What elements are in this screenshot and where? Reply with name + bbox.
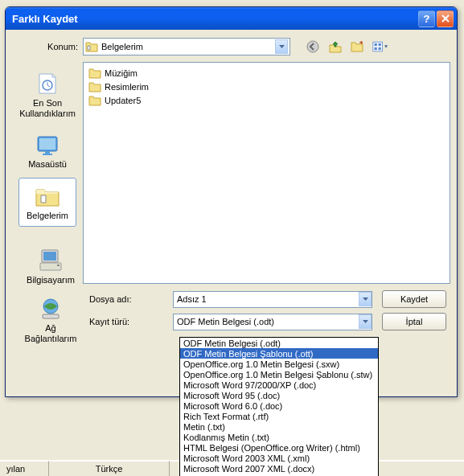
- filename-input[interactable]: Adsız 1: [173, 291, 372, 308]
- filetype-dropdown[interactable]: ODF Metin Belgesi (.odt): [173, 314, 372, 330]
- svg-rect-14: [57, 265, 60, 266]
- location-value: Belgelerim: [101, 42, 275, 51]
- svg-rect-13: [40, 263, 61, 270]
- up-button[interactable]: [327, 39, 343, 55]
- list-item[interactable]: Müziğim: [88, 66, 445, 80]
- dropdown-option[interactable]: Microsoft Word 2003 XML (.xml): [180, 453, 378, 463]
- recent-icon: [35, 71, 60, 96]
- status-cell: yılan: [0, 461, 48, 476]
- status-cell: Türkçe: [48, 461, 169, 476]
- desktop-icon: [35, 132, 60, 158]
- documents-icon: [35, 183, 60, 209]
- svg-point-0: [307, 41, 318, 52]
- svg-rect-4: [375, 47, 377, 50]
- location-label: Konum:: [12, 42, 83, 51]
- sidebar-network[interactable]: Ağ Bağlantılarım: [22, 295, 80, 345]
- dropdown-option[interactable]: Microsoft Word 97/2000/XP (.doc): [180, 380, 378, 390]
- dropdown-arrow-icon[interactable]: [359, 314, 372, 329]
- view-menu-button[interactable]: [372, 39, 388, 55]
- help-button[interactable]: ?: [418, 10, 435, 27]
- list-item[interactable]: Updater5: [88, 93, 445, 107]
- folder-icon: [88, 67, 101, 80]
- dropdown-option[interactable]: Microsoft Word 95 (.doc): [180, 390, 378, 400]
- dropdown-option[interactable]: OpenOffice.org 1.0 Metin Belgesi (.sxw): [180, 359, 378, 369]
- dropdown-option[interactable]: OpenOffice.org 1.0 Metin Belgesi Şablonu…: [180, 369, 378, 380]
- dropdown-option[interactable]: Microsoft Word 2007 XML (.docx): [180, 463, 378, 474]
- new-folder-button[interactable]: [350, 39, 366, 55]
- back-button[interactable]: [305, 39, 321, 55]
- folder-icon: [88, 94, 101, 107]
- svg-rect-12: [43, 252, 56, 261]
- dropdown-option[interactable]: Rich Text Format (.rtf): [180, 411, 378, 421]
- titlebar[interactable]: Farklı Kaydet ?: [6, 7, 457, 30]
- svg-rect-16: [43, 314, 59, 318]
- list-item[interactable]: Resimlerim: [88, 80, 445, 93]
- dropdown-arrow-icon[interactable]: [359, 292, 372, 306]
- dropdown-option[interactable]: Kodlanmış Metin (.txt): [180, 432, 378, 442]
- sidebar-desktop[interactable]: Masaüstü: [18, 126, 76, 175]
- svg-rect-9: [45, 151, 50, 154]
- save-button[interactable]: Kaydet: [382, 290, 446, 308]
- svg-rect-10: [43, 154, 52, 155]
- svg-rect-8: [39, 138, 55, 150]
- folder-icon: [85, 40, 98, 53]
- dropdown-arrow-icon[interactable]: [275, 39, 288, 54]
- filetype-dropdown-list[interactable]: ODF Metin Belgesi (.odt)ODF Metin Belges…: [179, 337, 379, 476]
- filetype-label: Kayıt türü:: [83, 317, 173, 326]
- svg-rect-3: [379, 43, 381, 46]
- dropdown-option[interactable]: Microsoft Word 6.0 (.doc): [180, 400, 378, 411]
- svg-rect-2: [375, 43, 377, 46]
- sidebar-computer[interactable]: Bilgisayarım: [22, 247, 80, 285]
- sidebar-documents[interactable]: Belgelerim: [18, 178, 76, 227]
- dropdown-option[interactable]: Metin (.txt): [180, 421, 378, 432]
- location-dropdown[interactable]: Belgelerim: [83, 38, 290, 55]
- svg-rect-5: [379, 47, 381, 50]
- dropdown-option[interactable]: HTML Belgesi (OpenOffice.org Writer) (.h…: [180, 442, 378, 453]
- cancel-button[interactable]: İptal: [382, 313, 446, 330]
- folder-icon: [88, 80, 101, 93]
- dialog-title: Farklı Kaydet: [12, 13, 418, 25]
- file-list[interactable]: Müziğim Resimlerim Updater5: [83, 62, 450, 284]
- dropdown-option[interactable]: ODF Metin Belgesi (.odt): [180, 338, 378, 348]
- dropdown-option[interactable]: ODF Metin Belgesi Şablonu (.ott): [180, 348, 378, 359]
- filename-label: Dosya adı:: [83, 294, 173, 304]
- computer-icon: [38, 247, 64, 275]
- network-icon: [38, 295, 64, 323]
- sidebar-recent[interactable]: En Son Kullandıklarım: [18, 65, 76, 125]
- close-button[interactable]: [437, 10, 454, 27]
